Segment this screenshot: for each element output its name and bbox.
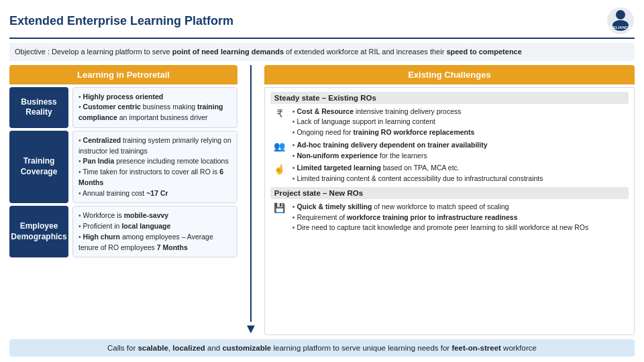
- svg-point-1: [616, 10, 625, 19]
- page: Extended Enterprise Learning Platform RE…: [0, 0, 644, 362]
- challenges-content: Steady state – Existing ROs ₹ Cost & Res…: [264, 87, 635, 336]
- right-panel-header: Existing Challenges: [264, 65, 635, 84]
- challenge-quick-row: 💾 Quick & timely skilling of new workfor…: [270, 202, 629, 233]
- header: Extended Enterprise Learning Platform RE…: [9, 7, 635, 39]
- employee-demographics-row: Employee Demographics Workforce is mobil…: [9, 206, 237, 257]
- footer-localized: localized: [172, 344, 205, 352]
- left-rows: Business Reality Highly process oriented…: [9, 84, 237, 258]
- footer-text3: learning platform to serve unique learni…: [271, 344, 451, 352]
- business-reality-content: Highly process oriented Customer centric…: [72, 87, 237, 128]
- project-state-rows: 💾 Quick & timely skilling of new workfor…: [270, 202, 629, 233]
- objective-prefix: Objective : Develop a learning platform …: [15, 48, 172, 56]
- footer-text4: workforce: [501, 344, 537, 352]
- objective-bold2: speed to competence: [446, 48, 521, 56]
- objective: Objective : Develop a learning platform …: [9, 43, 635, 61]
- steady-state-title: Steady state – Existing ROs: [270, 92, 629, 104]
- challenge-cost-row: ₹ Cost & Resource intensive training del…: [270, 107, 629, 138]
- objective-bold1: point of need learning demands: [172, 48, 284, 56]
- finger-icon: ☝: [270, 163, 289, 174]
- steady-state-rows: ₹ Cost & Resource intensive training del…: [270, 107, 629, 184]
- business-reality-label: Business Reality: [9, 87, 68, 128]
- business-reality-row: Business Reality Highly process oriented…: [9, 87, 237, 128]
- rupee-icon: ₹: [270, 107, 289, 120]
- left-panel: Learning in Petroretail Business Reality…: [9, 65, 237, 336]
- challenge-quick-text: Quick & timely skilling of new workforce…: [292, 202, 629, 233]
- footer-feet: feet-on-street: [451, 344, 500, 352]
- employee-demographics-content: Workforce is mobile-savvy Proficient in …: [72, 206, 237, 257]
- svg-text:RELIANCE: RELIANCE: [610, 25, 631, 29]
- challenge-adhoc-row: 👥 Ad-hoc training delivery dependent on …: [270, 140, 629, 162]
- employee-demographics-label: Employee Demographics: [9, 206, 68, 257]
- footer-scalable: scalable: [138, 344, 168, 352]
- footer-prefix: Calls for: [107, 344, 138, 352]
- challenge-limited-row: ☝ Limited targeted learning based on TPA…: [270, 163, 629, 184]
- footer-customizable: customizable: [222, 344, 271, 352]
- people-icon: 👥: [270, 140, 289, 152]
- page-title: Extended Enterprise Learning Platform: [9, 14, 233, 28]
- footer-and: and: [205, 344, 223, 352]
- challenge-adhoc-text: Ad-hoc training delivery dependent on tr…: [292, 140, 629, 162]
- reliance-logo: RELIANCE: [606, 7, 635, 35]
- training-coverage-content: Centralized training system primarily re…: [72, 131, 237, 204]
- challenge-limited-text: Limited targeted learning based on TPA, …: [292, 163, 629, 184]
- training-coverage-label: Training Coverage: [9, 131, 68, 204]
- left-panel-header: Learning in Petroretail: [9, 65, 237, 84]
- right-panel: Existing Challenges Steady state – Exist…: [264, 65, 635, 336]
- connector-area: ▼: [243, 65, 259, 336]
- objective-mid: of extended workforce at RIL and increas…: [284, 48, 446, 56]
- footer: Calls for scalable, localized and custom…: [9, 339, 635, 357]
- training-coverage-row: Training Coverage Centralized training s…: [9, 131, 237, 204]
- main-content: Learning in Petroretail Business Reality…: [9, 65, 635, 336]
- challenge-cost-text: Cost & Resource intensive training deliv…: [292, 107, 629, 138]
- device-icon: 💾: [270, 202, 289, 213]
- project-state-title: Project state – New ROs: [270, 187, 629, 199]
